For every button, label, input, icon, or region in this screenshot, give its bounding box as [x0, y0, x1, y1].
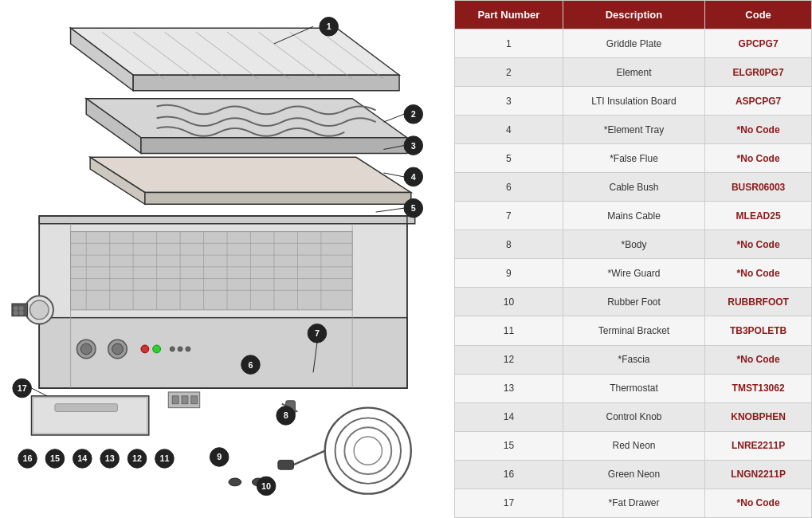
svg-text:10: 10 [261, 481, 271, 491]
svg-point-62 [354, 437, 382, 465]
part-number-cell: 14 [455, 402, 563, 431]
table-row: 8*Body*No Code [455, 230, 812, 259]
svg-text:13: 13 [105, 453, 115, 463]
insulation-board [90, 157, 411, 204]
svg-point-67 [229, 478, 241, 486]
part-number-cell: 11 [455, 316, 563, 345]
description-cell: *False Flue [563, 144, 704, 173]
svg-point-46 [112, 343, 124, 355]
part-number-cell: 17 [455, 489, 563, 517]
svg-line-78 [383, 114, 404, 122]
code-cell: BUSR06003 [705, 173, 812, 202]
svg-marker-2 [133, 75, 399, 91]
parts-table-section: Part Number Description Code 1Griddle Pl… [454, 0, 812, 518]
code-cell: TB3POLETB [705, 316, 812, 345]
svg-rect-71 [182, 396, 188, 404]
table-row: 2ElementELGR0PG7 [455, 58, 812, 87]
code-cell: LNRE2211P [705, 431, 812, 460]
description-cell: *Wire Guard [563, 259, 704, 288]
description-cell: *Element Tray [563, 116, 704, 144]
table-row: 3LTI Insulation BoardASPCPG7 [455, 87, 812, 116]
part-number-cell: 6 [455, 173, 563, 202]
code-cell: TMST13062 [705, 374, 812, 402]
part-number-cell: 15 [455, 431, 563, 460]
svg-point-49 [170, 347, 175, 351]
svg-point-51 [186, 347, 190, 351]
part-number-header: Part Number [455, 1, 563, 29]
body-box [39, 216, 414, 388]
griddle-plate [71, 28, 400, 91]
description-cell: Mains Cable [563, 202, 704, 230]
svg-text:15: 15 [50, 453, 60, 463]
code-cell: LNGN2211P [705, 460, 812, 489]
description-cell: Element [563, 58, 704, 87]
svg-marker-18 [39, 216, 414, 224]
svg-point-44 [80, 343, 92, 355]
description-cell: Red Neon [563, 431, 704, 460]
description-cell: Green Neon [563, 460, 704, 489]
code-header: Code [705, 1, 812, 29]
svg-text:4: 4 [411, 172, 416, 182]
svg-text:11: 11 [159, 453, 169, 463]
svg-text:2: 2 [411, 109, 416, 119]
table-row: 13ThermostatTMST13062 [455, 374, 812, 402]
table-row: 17*Fat Drawer*No Code [455, 489, 812, 517]
part-number-cell: 13 [455, 374, 563, 402]
table-row: 1Griddle PlateGPCPG7 [455, 29, 812, 58]
description-cell: *Body [563, 230, 704, 259]
part-number-cell: 4 [455, 116, 563, 144]
svg-rect-70 [172, 396, 178, 404]
element-tray [86, 99, 407, 154]
cable-assembly [12, 296, 53, 324]
fat-drawer [31, 396, 148, 435]
svg-text:12: 12 [132, 453, 142, 463]
svg-point-57 [19, 306, 24, 311]
code-cell: MLEAD25 [705, 202, 812, 230]
svg-rect-72 [191, 396, 198, 404]
code-cell: KNOBPHEN [705, 402, 812, 431]
code-cell: ASPCPG7 [705, 87, 812, 116]
description-cell: *Fat Drawer [563, 489, 704, 517]
svg-text:9: 9 [217, 452, 222, 461]
svg-point-61 [344, 427, 391, 474]
svg-marker-14 [90, 157, 411, 192]
description-cell: Griddle Plate [563, 29, 704, 58]
svg-text:3: 3 [411, 141, 416, 151]
description-header: Description [563, 1, 704, 29]
diagram-section: 1 2 3 4 5 6 7 8 9 10 [0, 0, 454, 518]
svg-rect-64 [278, 460, 294, 469]
table-row: 5*False Flue*No Code [455, 144, 812, 173]
code-cell: *No Code [705, 230, 812, 259]
part-number-cell: 9 [455, 259, 563, 288]
part-number-cell: 7 [455, 202, 563, 230]
svg-marker-16 [145, 193, 411, 205]
description-cell: Cable Bush [563, 173, 704, 202]
code-cell: *No Code [705, 345, 812, 374]
description-cell: Terminal Bracket [563, 316, 704, 345]
part-number-cell: 1 [455, 29, 563, 58]
svg-line-113 [31, 388, 47, 396]
svg-point-53 [30, 300, 49, 320]
description-cell: Thermostat [563, 374, 704, 402]
table-row: 9*Wire Guard*No Code [455, 259, 812, 288]
svg-text:5: 5 [411, 203, 416, 213]
part-number-cell: 12 [455, 345, 563, 374]
svg-text:7: 7 [315, 328, 320, 338]
description-cell: Control Knob [563, 402, 704, 431]
code-cell: *No Code [705, 259, 812, 288]
table-row: 11Terminal BracketTB3POLETB [455, 316, 812, 345]
description-cell: Rubber Foot [563, 288, 704, 316]
table-row: 6Cable BushBUSR06003 [455, 173, 812, 202]
table-row: 14Control KnobKNOBPHEN [455, 402, 812, 431]
svg-line-63 [290, 451, 325, 467]
code-cell: RUBBRFOOT [705, 288, 812, 316]
part-number-cell: 10 [455, 288, 563, 316]
svg-text:14: 14 [77, 453, 87, 463]
svg-point-56 [14, 311, 18, 316]
svg-rect-42 [55, 404, 118, 412]
code-cell: *No Code [705, 116, 812, 144]
code-cell: *No Code [705, 144, 812, 173]
svg-text:8: 8 [284, 410, 288, 420]
table-row: 10Rubber FootRUBBRFOOT [455, 288, 812, 316]
svg-marker-13 [141, 138, 407, 154]
